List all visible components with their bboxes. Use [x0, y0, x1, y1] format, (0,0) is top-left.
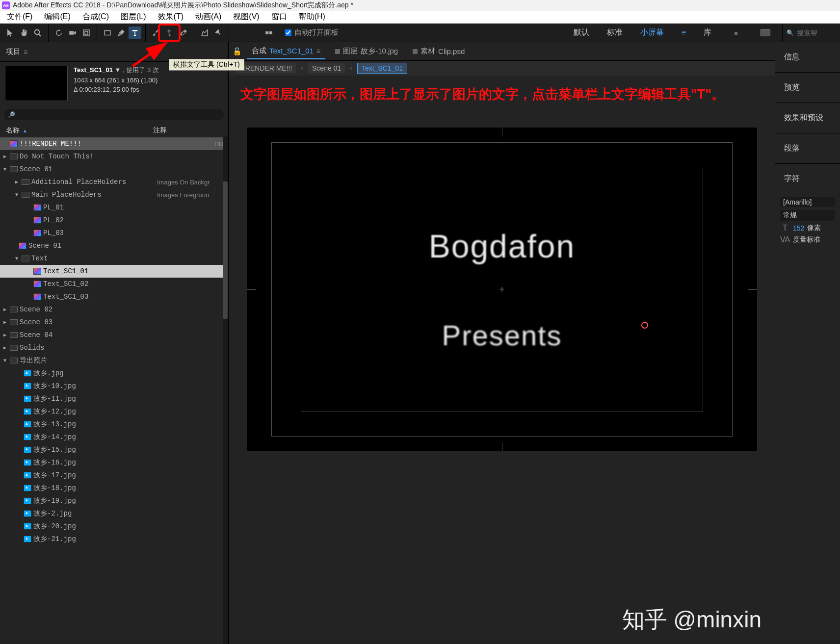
- menu-animation[interactable]: 动画(A): [189, 12, 227, 22]
- sort-icon[interactable]: ▲: [23, 128, 27, 133]
- menu-window[interactable]: 窗口: [265, 12, 293, 22]
- panel-info[interactable]: 信息: [775, 42, 840, 73]
- tree-item-img[interactable]: 故乡-20.jpg: [0, 520, 228, 533]
- panel-character[interactable]: 字符: [775, 164, 840, 194]
- tree-item-scene01[interactable]: ▼Scene 01: [0, 163, 228, 176]
- tracking-value[interactable]: 度量标准: [793, 235, 820, 244]
- tree-item-pl03[interactable]: PL_03: [0, 227, 228, 239]
- tree-item-img[interactable]: 故乡-19.jpg: [0, 494, 228, 507]
- workspace-menu-icon[interactable]: ≡: [682, 28, 686, 37]
- breadcrumb-render[interactable]: !!!RENDER ME!!!: [236, 63, 296, 73]
- breadcrumb-scene[interactable]: Scene 01: [308, 63, 345, 73]
- tree-item-img[interactable]: 故乡-21.jpg: [0, 533, 228, 545]
- col-note-header[interactable]: 注释: [153, 126, 222, 135]
- tree-item-mainph[interactable]: ▼Main PlaceHoldersImages Foregroun: [0, 188, 228, 201]
- tree-item-img[interactable]: 故乡-16.jpg: [0, 456, 228, 469]
- tree-item-scene03[interactable]: ▶Scene 03: [0, 316, 228, 329]
- tab-footage[interactable]: 素材 Clip.psd: [408, 44, 470, 59]
- font-size-value[interactable]: 152: [793, 224, 804, 232]
- project-search[interactable]: 🔎: [4, 109, 224, 120]
- tree-item-scene04[interactable]: ▶Scene 04: [0, 329, 228, 341]
- tree-item-solids[interactable]: ▶Solids: [0, 341, 228, 354]
- tree-item-img[interactable]: 故乡-2.jpg: [0, 507, 228, 520]
- tree-item-pl01[interactable]: PL_01: [0, 201, 228, 214]
- workspace-small[interactable]: 小屏幕: [640, 27, 664, 38]
- menu-composition[interactable]: 合成(C): [77, 12, 115, 22]
- flowchart-icon[interactable]: ⊓⊔: [215, 140, 223, 148]
- tree-item-img[interactable]: 故乡-10.jpg: [0, 380, 228, 392]
- font-size-unit: 像素: [807, 224, 821, 232]
- panel-preview[interactable]: 预览: [775, 73, 840, 103]
- orbit-tool[interactable]: [52, 26, 65, 39]
- comp-canvas[interactable]: + Bogdafon Presents: [247, 128, 757, 451]
- panel-effects[interactable]: 效果和预设: [775, 103, 840, 133]
- tree-item-img[interactable]: 故乡-14.jpg: [0, 431, 228, 443]
- font-family-field[interactable]: [Amarillo]: [780, 197, 835, 207]
- tree-item-export[interactable]: ▼导出照片: [0, 354, 228, 367]
- brush-tool[interactable]: [150, 26, 162, 39]
- project-menu-icon[interactable]: ≡: [24, 48, 27, 56]
- workspace-default[interactable]: 默认: [574, 27, 589, 38]
- menu-layer[interactable]: 图层(L): [115, 12, 152, 22]
- roto-tool[interactable]: [198, 26, 211, 39]
- comp-viewer[interactable]: + Bogdafon Presents: [229, 113, 775, 644]
- tree-item-img[interactable]: 故乡-12.jpg: [0, 405, 228, 418]
- menu-file[interactable]: 文件(F): [1, 12, 38, 22]
- dropdown-icon[interactable]: ▼: [115, 66, 121, 74]
- selection-tool[interactable]: [4, 26, 17, 39]
- viewer-tabs: 🔓 合成 Text_SC1_01 ≡ 图层 故乡-10.jpg 素材 Clip.…: [229, 42, 775, 61]
- workspace-standard[interactable]: 标准: [607, 27, 623, 38]
- tree-item-scene01b[interactable]: Scene 01: [0, 239, 228, 252]
- tree-item-text1[interactable]: Text_SC1_01: [0, 265, 228, 278]
- hand-tool[interactable]: [18, 26, 30, 39]
- tree-item-img[interactable]: 故乡-15.jpg: [0, 443, 228, 456]
- font-style-field[interactable]: 常规: [780, 210, 835, 221]
- col-name-header[interactable]: 名称: [6, 126, 20, 135]
- snapping-tool[interactable]: [262, 26, 275, 39]
- help-search-input[interactable]: [797, 29, 836, 37]
- tree-item-img[interactable]: 故乡-18.jpg: [0, 482, 228, 494]
- auto-open-checkbox[interactable]: [285, 29, 291, 36]
- tree-item-img[interactable]: 故乡-17.jpg: [0, 469, 228, 482]
- zoom-tool[interactable]: [31, 26, 44, 39]
- tree-scrollbar[interactable]: [223, 137, 228, 644]
- tree-item-donot[interactable]: ▶Do Not Touch This!: [0, 150, 228, 163]
- text-layer-2[interactable]: Presents: [442, 319, 562, 352]
- breadcrumb-text[interactable]: Text_SC1_01: [357, 63, 407, 74]
- comp-thumbnail[interactable]: [5, 66, 68, 101]
- tab-menu-icon[interactable]: ≡: [316, 47, 320, 55]
- menu-view[interactable]: 视图(V): [227, 12, 265, 22]
- menu-edit[interactable]: 编辑(E): [38, 12, 76, 22]
- rectangle-tool[interactable]: [101, 26, 114, 39]
- clone-tool[interactable]: [163, 26, 176, 39]
- workspace-more[interactable]: »: [734, 29, 738, 37]
- tree-item-scene02[interactable]: ▶Scene 02: [0, 303, 228, 316]
- pen-tool[interactable]: [115, 26, 128, 39]
- puppet-tool[interactable]: [212, 26, 225, 39]
- text-layer-1[interactable]: Bogdafon: [429, 228, 576, 265]
- pan-behind-tool[interactable]: [80, 26, 93, 39]
- project-tree[interactable]: !!!RENDER ME!!!⊓⊔ ▶Do Not Touch This! ▼S…: [0, 137, 228, 644]
- panel-paragraph[interactable]: 段落: [775, 133, 840, 164]
- eraser-tool[interactable]: [177, 26, 190, 39]
- tree-item-img[interactable]: 故乡.jpg: [0, 367, 228, 380]
- tree-item-text[interactable]: ▼Text: [0, 252, 228, 265]
- tree-item-addph[interactable]: ▶Additional PlaceHoldersImages On Backgr: [0, 176, 228, 188]
- type-tool[interactable]: [129, 26, 141, 39]
- workspace-library[interactable]: 库: [704, 27, 711, 38]
- tree-item-img[interactable]: 故乡-13.jpg: [0, 418, 228, 431]
- project-search-input[interactable]: [18, 111, 220, 118]
- tab-layer[interactable]: 图层 故乡-10.jpg: [330, 44, 403, 59]
- camera-tool[interactable]: [66, 26, 79, 39]
- lock-icon[interactable]: 🔓: [233, 47, 242, 56]
- auto-open-panel[interactable]: 自动打开面板: [285, 28, 339, 37]
- tree-item-pl02[interactable]: PL_02: [0, 214, 228, 227]
- workspace-grid-icon[interactable]: [761, 29, 770, 36]
- menu-effect[interactable]: 效果(T): [152, 12, 189, 22]
- tree-item-text2[interactable]: Text_SC1_02: [0, 278, 228, 290]
- tab-composition[interactable]: 合成 Text_SC1_01 ≡: [247, 43, 325, 59]
- tree-item-render[interactable]: !!!RENDER ME!!!⊓⊔: [0, 137, 228, 150]
- menu-help[interactable]: 帮助(H): [293, 12, 331, 22]
- tree-item-text3[interactable]: Text_SC1_03: [0, 290, 228, 303]
- tree-item-img[interactable]: 故乡-11.jpg: [0, 392, 228, 405]
